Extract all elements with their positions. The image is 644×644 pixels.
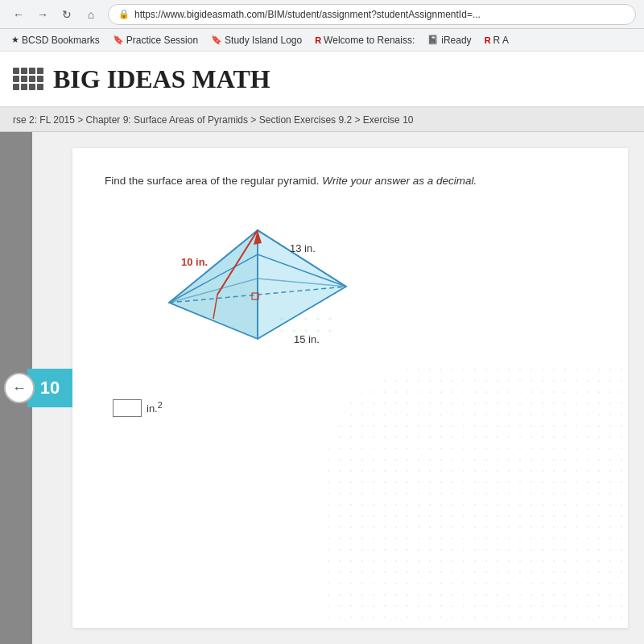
bookmarks-bar: ★ BCSD Bookmarks 🔖 Practice Session 🔖 St… — [0, 29, 644, 52]
bookmark-renais[interactable]: R Welcome to Renaiss: — [310, 33, 419, 47]
svg-point-17 — [316, 317, 320, 320]
site-title: BIG IDEAS MATH — [53, 64, 270, 94]
forward-nav-button[interactable]: → — [32, 4, 53, 25]
bookmark-iready[interactable]: 📓 iReady — [423, 33, 476, 47]
home-button[interactable]: ⌂ — [80, 4, 101, 25]
bookmark-bcsd-label: BCSD Bookmarks — [22, 35, 100, 46]
url-text: https://www.bigideasmath.com/BIM/student… — [134, 9, 481, 20]
svg-point-20 — [292, 329, 295, 332]
bookmark-practice[interactable]: 🔖 Practice Session — [108, 33, 203, 47]
breadcrumb-text: rse 2: FL 2015 > Chapter 9: Surface Area… — [13, 114, 413, 126]
answer-input-box[interactable] — [113, 399, 142, 417]
answer-row: in.2 — [113, 399, 604, 417]
svg-point-16 — [304, 317, 308, 320]
bookmark-renais-label: Welcome to Renaiss: — [324, 35, 415, 46]
bookmark-practice-label: Practice Session — [126, 35, 198, 46]
svg-point-15 — [292, 317, 295, 320]
nav-buttons: ← → ↻ ⌂ — [8, 4, 101, 25]
question-text: Find the surface area of the regular pyr… — [105, 172, 604, 190]
secure-icon: 🔒 — [118, 9, 130, 19]
grid-icon — [13, 68, 43, 90]
label-13in: 13 in. — [290, 242, 316, 254]
bookmark-renais-icon: R — [315, 35, 321, 45]
back-arrow-icon: ← — [12, 380, 27, 397]
content-card: 10 Find the surface area of the regular … — [72, 148, 628, 628]
label-15in: 15 in. — [294, 333, 320, 345]
bookmark-bcsd-icon: ★ — [11, 35, 19, 45]
svg-point-19 — [280, 329, 283, 332]
bookmark-iready-label: iReady — [441, 35, 471, 46]
back-nav-button[interactable]: ← — [8, 4, 29, 25]
bookmark-ra-label: R A — [493, 35, 509, 46]
bookmark-ra[interactable]: R R A — [480, 33, 514, 47]
site-header: BIG IDEAS MATH — [0, 52, 644, 108]
bookmark-studyisland-icon: 🔖 — [211, 35, 222, 45]
bookmark-iready-icon: 📓 — [427, 35, 439, 45]
exercise-number: 10 — [40, 378, 60, 398]
browser-nav-bar: ← → ↻ ⌂ 🔒 https://www.bigideasmath.com/B… — [0, 0, 644, 29]
svg-point-14 — [280, 317, 283, 320]
label-10in: 10 in. — [181, 256, 208, 268]
bookmark-practice-icon: 🔖 — [113, 35, 124, 45]
bookmark-bcsd[interactable]: ★ BCSD Bookmarks — [6, 33, 105, 47]
pyramid-diagram: 10 in. 13 in. 15 in. — [137, 206, 378, 383]
refresh-button[interactable]: ↻ — [56, 4, 77, 25]
address-bar[interactable]: 🔒 https://www.bigideasmath.com/BIM/stude… — [108, 4, 636, 25]
bookmark-studyisland[interactable]: 🔖 Study Island Logo — [206, 33, 307, 47]
bookmark-studyisland-label: Study Island Logo — [225, 35, 302, 46]
back-button[interactable]: ← — [4, 373, 35, 403]
svg-point-22 — [316, 329, 320, 332]
pyramid-svg — [137, 206, 378, 383]
svg-point-18 — [328, 317, 332, 320]
breadcrumb: rse 2: FL 2015 > Chapter 9: Surface Area… — [0, 108, 644, 132]
svg-point-23 — [328, 329, 332, 332]
svg-point-21 — [304, 329, 308, 332]
answer-unit-label: in.2 — [147, 400, 163, 415]
bookmark-ra-icon: R — [485, 35, 491, 45]
